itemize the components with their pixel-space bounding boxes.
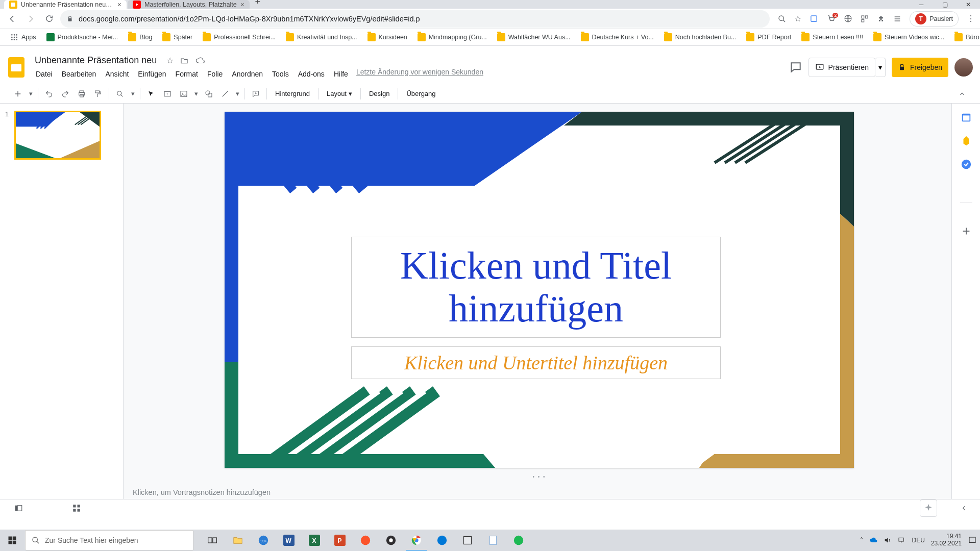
menu-ansicht[interactable]: Ansicht (101, 68, 133, 80)
keep-icon[interactable] (961, 135, 972, 146)
background-button[interactable]: Hintergrund (270, 87, 315, 101)
menu-addons[interactable]: Add-ons (294, 68, 329, 80)
menu-format[interactable]: Format (172, 68, 202, 80)
bookmark-item[interactable]: Blog (124, 31, 156, 43)
network-icon[interactable] (898, 536, 906, 544)
menu-anordnen[interactable]: Anordnen (228, 68, 267, 80)
reload-button[interactable] (42, 12, 56, 26)
edge-legacy-icon[interactable]: 99+ (251, 530, 276, 551)
speaker-notes-splitter[interactable]: • • • (225, 473, 854, 480)
grid-view-icon[interactable] (70, 502, 83, 514)
volume-icon[interactable] (884, 536, 892, 544)
onedrive-icon[interactable] (869, 536, 877, 544)
expand-side-panel-icon[interactable] (961, 505, 968, 512)
bookmark-item[interactable]: Professionell Schrei... (199, 31, 280, 43)
comment-tool[interactable] (248, 87, 263, 101)
notifications-icon[interactable] (968, 536, 977, 545)
menu-datei[interactable]: Datei (32, 68, 57, 80)
slide[interactable]: Klicken und Titel hinzufügen Klicken und… (225, 112, 854, 468)
menu-hilfe[interactable]: Hilfe (330, 68, 352, 80)
word-icon[interactable]: W (276, 530, 302, 551)
reading-list-icon[interactable] (893, 15, 901, 23)
last-edit-text[interactable]: Letzte Änderung vor wenigen Sekunden (356, 68, 483, 80)
calendar-icon[interactable] (961, 112, 972, 123)
bookmark-item[interactable]: Wahlfächer WU Aus... (493, 31, 575, 43)
image-dropdown[interactable]: ▾ (192, 87, 200, 101)
bookmark-item[interactable]: Kreativität und Insp... (282, 31, 361, 43)
bookmark-item[interactable]: Steuern Videos wic... (869, 31, 948, 43)
minimize-button[interactable]: ─ (910, 0, 933, 9)
tab-close-icon[interactable]: × (117, 1, 121, 9)
chrome-icon[interactable] (404, 530, 429, 551)
cloud-icon[interactable] (195, 56, 206, 65)
paint-format-button[interactable] (90, 87, 106, 101)
zoom-dropdown[interactable]: ▾ (129, 87, 137, 101)
doc-title[interactable]: Unbenannte Präsentation neu (32, 54, 160, 67)
browser-tab-inactive[interactable]: Masterfolien, Layouts, Platzhalte × (128, 0, 250, 9)
move-icon[interactable] (180, 57, 190, 65)
tasks-icon[interactable] (961, 159, 972, 170)
bookmark-item[interactable]: Mindmapping (Gru... (413, 31, 491, 43)
zoom-button[interactable] (112, 87, 128, 101)
redo-button[interactable] (58, 87, 73, 101)
new-tab-button[interactable]: + (251, 0, 265, 9)
comments-icon[interactable] (789, 61, 802, 74)
select-tool[interactable] (143, 87, 159, 101)
globe-icon[interactable] (844, 14, 852, 23)
tray-chevron-icon[interactable]: ˄ (860, 537, 863, 544)
bookmark-item[interactable]: PDF Report (742, 31, 795, 43)
obs-icon[interactable] (378, 530, 404, 551)
star-icon[interactable]: ☆ (794, 14, 801, 23)
new-slide-button[interactable] (10, 87, 26, 101)
bookmark-item[interactable]: Steuern Lesen !!!! (797, 31, 867, 43)
line-dropdown[interactable]: ▾ (234, 87, 241, 101)
start-button[interactable] (0, 530, 24, 551)
cart-icon[interactable]: 2 (826, 14, 836, 23)
extensions-icon[interactable] (877, 15, 885, 23)
undo-button[interactable] (41, 87, 57, 101)
title-placeholder[interactable]: Klicken und Titel hinzufügen (351, 237, 721, 338)
collapse-toolbar-icon[interactable] (954, 87, 970, 101)
bookmark-item[interactable]: Kursideen (363, 31, 411, 43)
forward-button[interactable] (23, 12, 38, 26)
notepad-icon[interactable] (480, 530, 506, 551)
slide-thumbnail[interactable] (14, 111, 101, 160)
new-slide-dropdown[interactable]: ▾ (27, 87, 35, 101)
share-button[interactable]: Freigeben (892, 58, 948, 77)
browser-tab-active[interactable]: Unbenannte Präsentation neu - C × (4, 0, 127, 9)
menu-bearbeiten[interactable]: Bearbeiten (58, 68, 101, 80)
clock[interactable]: 19:41 23.02.2021 (931, 533, 962, 547)
apps-button[interactable]: Apps (6, 31, 40, 43)
browser-menu-icon[interactable]: ⋮ (967, 14, 975, 23)
filmstrip-view-icon[interactable] (12, 502, 24, 514)
menu-tools[interactable]: Tools (268, 68, 293, 80)
spotify-icon[interactable] (506, 530, 531, 551)
image-tool[interactable] (176, 87, 191, 101)
powerpoint-icon[interactable]: P (327, 530, 353, 551)
bookmark-item[interactable]: Deutsche Kurs + Vo... (577, 31, 658, 43)
menu-folie[interactable]: Folie (203, 68, 227, 80)
subtitle-placeholder[interactable]: Klicken und Untertitel hinzufügen (351, 346, 721, 379)
address-bar[interactable]: docs.google.com/presentation/d/1o2Pm-LQd… (60, 10, 770, 28)
transition-button[interactable]: Übergang (401, 87, 440, 101)
maximize-button[interactable]: ▢ (933, 0, 957, 9)
explorer-icon[interactable] (225, 530, 251, 551)
task-view-icon[interactable] (200, 530, 225, 551)
add-addon-icon[interactable] (961, 226, 972, 237)
tab-close-icon[interactable]: × (240, 1, 244, 9)
speaker-notes[interactable]: Klicken, um Vortragsnotizen hinzuzufügen (133, 488, 271, 496)
app-icon[interactable] (455, 530, 480, 551)
bookmark-item[interactable]: Noch hochladen Bu... (660, 31, 741, 43)
excel-icon[interactable]: X (302, 530, 327, 551)
print-button[interactable] (74, 87, 89, 101)
present-dropdown[interactable]: ▾ (875, 58, 886, 77)
layout-button[interactable]: Layout ▾ (322, 87, 357, 101)
bookmark-item[interactable]: Später (158, 31, 197, 43)
taskbar-search[interactable]: Zur Suche Text hier eingeben (25, 530, 193, 550)
profile-pause-pill[interactable]: T Pausiert (910, 11, 959, 27)
language-indicator[interactable]: DEU (912, 537, 925, 544)
edge-icon[interactable] (429, 530, 455, 551)
explore-button[interactable] (920, 499, 937, 517)
bookmark-item[interactable]: Produktsuche - Mer... (42, 31, 122, 43)
bookmark-item[interactable]: Büro (950, 31, 980, 43)
